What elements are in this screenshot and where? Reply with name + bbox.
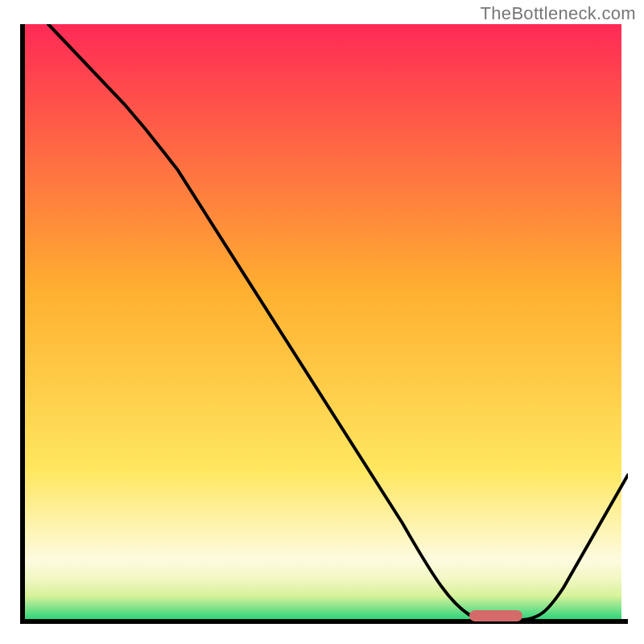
chart-svg (16, 24, 628, 628)
chart-stage: TheBottleneck.com (0, 0, 644, 644)
gradient-background (23, 24, 621, 620)
plot-area (16, 24, 628, 628)
optimal-marker (469, 610, 522, 621)
watermark-text: TheBottleneck.com (481, 3, 636, 24)
